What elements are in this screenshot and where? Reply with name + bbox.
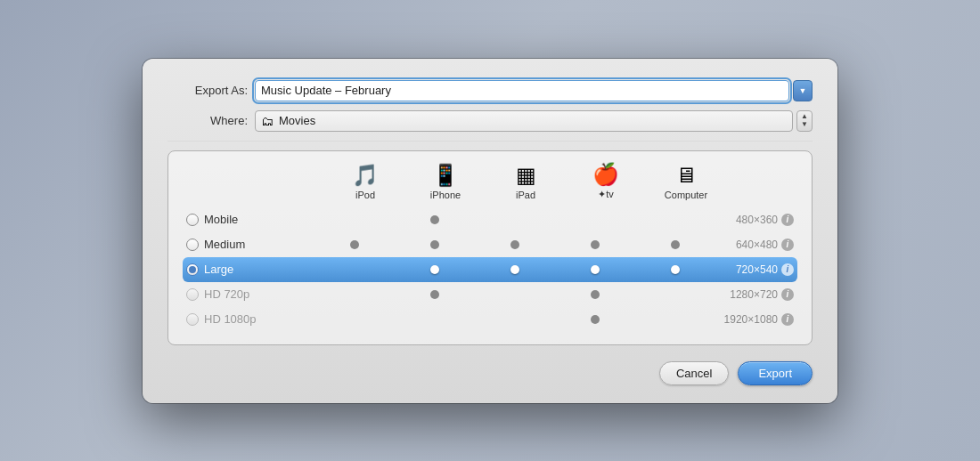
ipad-label: iPad <box>516 190 535 200</box>
hd720-dots <box>314 290 715 299</box>
hd720-iphone-dot <box>430 290 439 299</box>
medium-resolution: 640×480 <box>736 239 778 251</box>
hd1080-res-cell: 1920×1080 i <box>715 313 797 326</box>
medium-dots <box>314 240 715 249</box>
hd1080-dots <box>314 315 715 324</box>
stepper-up-icon: ▲ <box>801 113 808 120</box>
size-rows: Mobile 480×360 i Medium <box>183 207 797 332</box>
medium-label: Medium <box>204 238 245 251</box>
where-select[interactable]: 🗂 Movies <box>255 110 793 132</box>
medium-iphone-dot <box>430 240 439 249</box>
ipad-icon: ▦ <box>516 165 536 186</box>
medium-dot-iphone <box>395 240 475 249</box>
mobile-label: Mobile <box>204 213 238 226</box>
hd720-info-icon[interactable]: i <box>781 288 794 301</box>
medium-label-area: Medium <box>183 238 314 251</box>
device-col-appletv: 🍎 ✦tv <box>566 164 646 200</box>
iphone-label: iPhone <box>430 190 461 200</box>
hd1080-label-area: HD 1080p <box>183 312 314 326</box>
export-as-dropdown-button[interactable]: ▼ <box>793 80 813 101</box>
large-label: Large <box>204 263 233 276</box>
medium-info-icon[interactable]: i <box>781 239 794 251</box>
mobile-label-area: Mobile <box>183 213 314 226</box>
ipod-label: iPod <box>355 190 375 200</box>
mobile-res-cell: 480×360 i <box>715 214 797 226</box>
hd1080-dot-appletv <box>555 315 635 324</box>
devices-header: 🎵 iPod 📱 iPhone ▦ iPad 🍎 ✦tv 🖥 Computer <box>325 164 797 200</box>
medium-appletv-dot <box>591 240 600 249</box>
large-resolution: 720×540 <box>736 263 778 276</box>
where-label: Where: <box>167 114 248 127</box>
device-col-ipod: 🎵 iPod <box>325 165 405 200</box>
computer-label: Computer <box>665 190 707 200</box>
export-as-row: Export As: ▼ <box>167 80 813 101</box>
hd720-dot-iphone <box>395 290 475 299</box>
large-appletv-dot <box>591 265 600 274</box>
device-col-iphone: 📱 iPhone <box>405 165 486 200</box>
hd1080-resolution: 1920×1080 <box>724 313 778 326</box>
mobile-resolution: 480×360 <box>736 214 778 226</box>
size-row-hd1080: HD 1080p 1920×1080 i <box>183 307 797 332</box>
large-dot-iphone <box>395 265 475 274</box>
export-as-label: Export As: <box>167 84 248 97</box>
large-iphone-dot <box>430 265 439 274</box>
export-dialog: Export As: ▼ Where: 🗂 Movies ▲ ▼ 🎵 iPod … <box>143 59 837 403</box>
hd720-res-cell: 1280×720 i <box>715 288 797 301</box>
medium-dot-ipad <box>475 240 555 249</box>
medium-dot-appletv <box>555 240 635 249</box>
large-dot-computer <box>635 265 715 274</box>
appletv-icon: 🍎 <box>592 164 619 185</box>
large-ipad-dot <box>510 265 519 274</box>
hd720-label: HD 720p <box>204 287 249 301</box>
size-row-medium: Medium 640×480 i <box>183 232 797 257</box>
large-radio[interactable] <box>186 263 199 276</box>
large-dots <box>314 265 715 274</box>
folder-icon: 🗂 <box>261 114 274 128</box>
large-dot-appletv <box>555 265 635 274</box>
hd720-radio[interactable] <box>186 288 199 301</box>
size-row-hd720: HD 720p 1280×720 i <box>183 282 797 307</box>
hd720-dot-appletv <box>555 290 635 299</box>
mobile-iphone-dot <box>430 215 439 224</box>
large-computer-dot <box>671 265 680 274</box>
mobile-dot-iphone <box>395 215 475 224</box>
where-stepper[interactable]: ▲ ▼ <box>796 110 813 132</box>
large-res-cell: 720×540 i <box>715 263 797 276</box>
size-row-mobile: Mobile 480×360 i <box>183 207 797 232</box>
iphone-icon: 📱 <box>432 165 459 186</box>
large-info-icon[interactable]: i <box>781 263 794 276</box>
export-as-input[interactable] <box>255 80 789 101</box>
matrix-panel: 🎵 iPod 📱 iPhone ▦ iPad 🍎 ✦tv 🖥 Computer <box>167 150 813 345</box>
medium-radio[interactable] <box>186 239 199 251</box>
hd1080-appletv-dot <box>591 315 600 324</box>
hd1080-label: HD 1080p <box>204 312 257 326</box>
buttons-row: Cancel Export <box>167 361 813 385</box>
hd720-label-area: HD 720p <box>183 287 314 301</box>
export-button[interactable]: Export <box>738 361 813 385</box>
computer-icon: 🖥 <box>675 165 697 186</box>
separator <box>167 141 813 142</box>
stepper-down-icon: ▼ <box>801 121 808 128</box>
large-label-area: Large <box>183 263 314 276</box>
medium-ipad-dot <box>510 240 519 249</box>
size-row-large: Large 720×540 i <box>183 257 797 282</box>
hd1080-info-icon[interactable]: i <box>781 313 794 326</box>
medium-dot-ipod <box>314 240 395 249</box>
device-col-computer: 🖥 Computer <box>646 165 726 200</box>
where-row: Where: 🗂 Movies ▲ ▼ <box>167 110 813 132</box>
mobile-info-icon[interactable]: i <box>781 214 794 226</box>
ipod-icon: 🎵 <box>352 165 379 186</box>
cancel-button[interactable]: Cancel <box>659 361 729 385</box>
appletv-label: ✦tv <box>598 189 614 200</box>
hd1080-radio[interactable] <box>186 313 199 326</box>
medium-res-cell: 640×480 i <box>715 239 797 251</box>
medium-computer-dot <box>671 240 680 249</box>
medium-dot-computer <box>635 240 715 249</box>
large-dot-ipad <box>475 265 555 274</box>
device-col-ipad: ▦ iPad <box>486 165 566 200</box>
mobile-dots <box>314 215 715 224</box>
mobile-radio[interactable] <box>186 214 199 226</box>
medium-ipod-dot <box>350 240 359 249</box>
hd720-appletv-dot <box>591 290 600 299</box>
where-value: Movies <box>279 114 787 127</box>
